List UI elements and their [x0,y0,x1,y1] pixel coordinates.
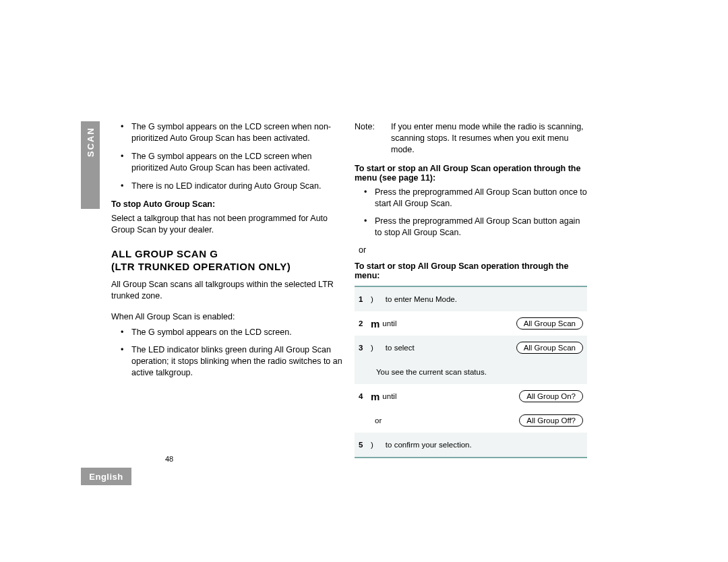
menu-step-4: 4 m until All Group On? [355,384,587,408]
right-column: Note: If you enter menu mode while the r… [355,121,587,458]
language-tab: English [81,468,131,485]
display-pill: All Group Off? [519,414,583,427]
start-stop-heading: To start or stop an All Group Scan opera… [355,164,587,183]
auto-group-bullets: The G symbol appears on the LCD screen w… [111,121,344,191]
section-subtitle: (LTR TRUNKED OPERATION ONLY) [111,261,344,272]
step-number: 3 [359,344,371,352]
menu-step-4b: or All Group Off? [355,408,587,433]
menu-step-5: 5 ) to confirm your selection. [355,433,587,457]
display-pill: All Group Scan [516,342,583,354]
or-text: or [355,245,587,255]
step-number: 2 [359,319,371,327]
side-section-tab: SCAN [81,121,100,209]
section-title: ALL GROUP SCAN G [111,248,344,261]
list-item: Press the preprogrammed All Group Scan b… [355,187,587,210]
step-text: to select [373,344,516,352]
step-number: 4 [359,392,371,400]
step-text: or [371,416,519,425]
menu-step-1: 1 ) to enter Menu Mode. [355,287,587,311]
menu-step-2: 2 m until All Group Scan [355,311,587,336]
list-item: The G symbol appears on the LCD screen w… [111,151,344,174]
left-column: The G symbol appears on the LCD screen w… [111,121,344,458]
note-label: Note: [355,121,382,156]
menu-status-row: You see the current scan status. [355,360,587,384]
enabled-heading: When All Group Scan is enabled: [111,311,344,323]
step-number: 5 [359,441,371,449]
enabled-bullets: The G symbol appears on the LCD screen. … [111,327,344,379]
start-stop-bullets: Press the preprogrammed All Group Scan b… [355,187,587,239]
step-text: to enter Menu Mode. [373,295,583,303]
note-text: If you enter menu mode while the radio i… [391,121,587,156]
list-item: Press the preprogrammed All Group Scan b… [355,216,587,239]
step-number: 1 [359,295,371,303]
all-group-intro: All Group Scan scans all talkgroups with… [111,279,344,302]
m-icon: m [371,318,380,330]
note-block: Note: If you enter menu mode while the r… [355,121,587,156]
display-pill: All Group On? [519,390,583,402]
list-item: The LED indicator blinks green during Al… [111,344,344,379]
step-text: to confirm your selection. [373,441,583,449]
start-stop-menu-heading: To start or stop All Group Scan operatio… [355,261,587,280]
menu-steps-table: 1 ) to enter Menu Mode. 2 m until All Gr… [355,286,587,458]
status-text: You see the current scan status. [376,368,487,376]
list-item: The G symbol appears on the LCD screen. [111,327,344,338]
menu-step-3: 3 ) to select All Group Scan [355,336,587,360]
step-text: until [382,319,516,327]
list-item: There is no LED indicator during Auto Gr… [111,181,344,192]
display-pill: All Group Scan [516,317,583,330]
content-columns: The G symbol appears on the LCD screen w… [111,121,637,458]
m-icon: m [371,391,380,402]
stop-auto-group-body: Select a talkgroup that has not been pro… [111,213,344,236]
step-text: until [382,392,519,400]
list-item: The G symbol appears on the LCD screen w… [111,121,344,144]
stop-auto-group-heading: To stop Auto Group Scan: [111,199,344,209]
